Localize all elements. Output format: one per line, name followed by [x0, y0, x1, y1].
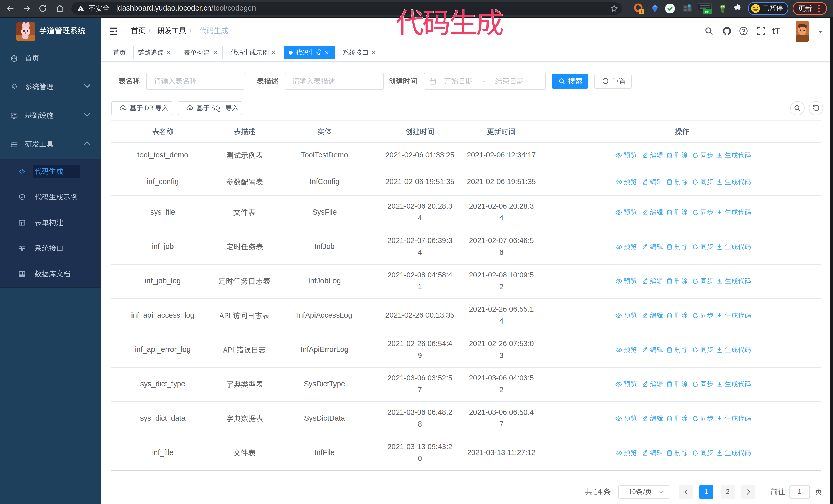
svg-text:on: on — [705, 9, 710, 14]
svg-text:1: 1 — [640, 10, 643, 14]
